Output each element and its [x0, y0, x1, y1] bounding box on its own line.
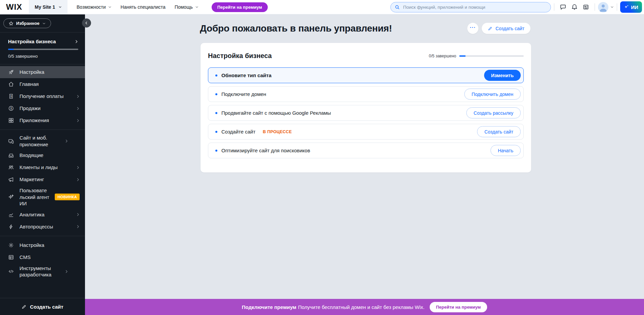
new-badge: НОВИНКА: [55, 194, 80, 200]
sidebar-item-site-and-app[interactable]: Сайт и моб. приложение: [0, 133, 85, 149]
sidebar-item-marketing[interactable]: Маркетинг: [0, 173, 85, 186]
contacts-icon: [8, 164, 14, 170]
task-row-seo[interactable]: Оптимизируйте сайт для поисковиков Начат…: [208, 143, 524, 158]
more-actions-button[interactable]: ···: [467, 23, 478, 34]
task-action-button[interactable]: Создать сайт: [477, 126, 521, 137]
sidebar-item-setup[interactable]: Настройка: [0, 66, 85, 78]
favorites-dropdown[interactable]: Избранное: [3, 18, 51, 28]
sidebar-item-sales[interactable]: $ Продажи: [0, 102, 85, 114]
site-menu[interactable]: My Site 1: [29, 0, 68, 14]
sidebar-item-apps[interactable]: Приложения: [0, 114, 85, 126]
task-label: Создайте сайт: [221, 129, 255, 135]
sidebar-item-label: Аналитика: [19, 210, 71, 220]
nav-help[interactable]: Помощь: [175, 4, 199, 10]
task-row-connect-domain[interactable]: Подключите домен Подключить домен: [208, 86, 524, 102]
task-row-google-ads[interactable]: Продвигайте сайт с помощью Google Реклам…: [208, 105, 524, 121]
bullet-dot: [215, 93, 217, 95]
chevron-right-icon: [65, 139, 68, 143]
sidebar-item-label: Получение оплаты: [19, 91, 71, 101]
svg-text:$: $: [10, 95, 12, 98]
chevron-down-icon: [610, 5, 614, 9]
divider: [0, 129, 85, 130]
chat-button[interactable]: [557, 1, 569, 13]
sidebar-item-home[interactable]: Главная: [0, 78, 85, 90]
card-progress: 0/5 завершено: [429, 54, 524, 58]
bell-icon: [571, 4, 578, 10]
nav-help-label: Помощь: [175, 4, 193, 10]
create-site-button[interactable]: Создать сайт: [482, 23, 530, 34]
search-bar[interactable]: [390, 2, 551, 12]
sidebar-create-site-button[interactable]: Создать сайт: [0, 298, 85, 315]
sidebar-item-label: Пользовательский агент ИИ: [19, 186, 49, 209]
sidebar-item-dev-tools[interactable]: Инструменты разработчика: [0, 263, 85, 280]
sidebar-item-settings[interactable]: Настройка: [0, 239, 85, 251]
upgrade-premium-button[interactable]: Перейти на премиум: [212, 2, 268, 12]
chevron-right-icon: [76, 213, 80, 216]
chevron-down-icon: [42, 22, 46, 25]
divider: [554, 3, 554, 11]
notifications-button[interactable]: [569, 1, 580, 13]
sidebar-collapse-button[interactable]: [82, 18, 91, 28]
sidebar-item-label: Маркетинг: [19, 174, 71, 185]
bullet-dot: [215, 131, 217, 133]
devices-icon: [8, 138, 14, 144]
pencil-icon: [488, 26, 492, 31]
nav-features[interactable]: Возможности: [77, 4, 112, 10]
news-button[interactable]: [580, 1, 592, 13]
task-action-button[interactable]: Изменить: [484, 70, 521, 81]
sidebar-item-label: Продажи: [19, 103, 71, 113]
nav-hire-professional[interactable]: Нанять специалиста: [121, 4, 166, 10]
card-progress-label: 0/5 завершено: [429, 54, 456, 58]
sidebar-item-inbox[interactable]: Входящие: [0, 149, 85, 161]
sidebar-item-label: Настройка: [19, 240, 80, 250]
task-row-create-site[interactable]: Создайте сайт В ПРОЦЕССЕ Создать сайт: [208, 124, 524, 140]
invoice-icon: $: [8, 93, 14, 99]
chevron-right-icon: [74, 40, 78, 44]
sidebar-setup-progress[interactable]: Настройка бизнеса 0/5 завершено: [0, 33, 85, 64]
search-input[interactable]: [402, 4, 549, 10]
account-menu[interactable]: [598, 2, 614, 12]
task-action-button[interactable]: Подключить домен: [464, 89, 521, 100]
sidebar-item-label: Настройка: [19, 67, 80, 77]
main-content: Добро пожаловать в панель управления! ··…: [85, 14, 644, 315]
sidebar-item-label: Инструменты разработчика: [19, 263, 59, 280]
chevron-right-icon: [76, 119, 80, 122]
chevron-down-icon: [108, 5, 112, 9]
sidebar-item-analytics[interactable]: Аналитика: [0, 209, 85, 221]
sidebar: Избранное Настройка бизнеса 0/5 завершен…: [0, 14, 85, 315]
task-row-update-site-type[interactable]: Обновите тип сайта Изменить: [208, 67, 524, 83]
sidebar-item-automations[interactable]: Автопроцессы: [0, 221, 85, 233]
dev-tools-icon: [8, 268, 14, 274]
divider: [0, 236, 85, 236]
task-action-button[interactable]: Создать рассылку: [466, 107, 521, 118]
footer-premium-button[interactable]: Перейти на премиум: [430, 302, 487, 312]
chat-icon: [560, 4, 566, 10]
sidebar-item-label: Клиенты и лиды: [19, 162, 71, 172]
ai-assistant-button[interactable]: ИИ: [620, 1, 642, 13]
setup-progress-label: 0/5 завершено: [8, 54, 78, 59]
ai-button-label: ИИ: [631, 4, 638, 10]
wix-logo[interactable]: WIX: [6, 2, 22, 12]
bullet-dot: [215, 74, 217, 76]
pencil-icon: [22, 304, 27, 309]
business-setup-card: Настройка бизнеса 0/5 завершено Обновите…: [201, 43, 531, 172]
svg-text:$: $: [10, 107, 12, 110]
avatar: [598, 2, 608, 12]
chevron-right-icon: [76, 166, 80, 169]
sidebar-item-payments[interactable]: $ Получение оплаты: [0, 90, 85, 102]
setup-progress-bar: [8, 49, 78, 50]
sidebar-item-ai-agent[interactable]: Пользовательский агент ИИ НОВИНКА: [0, 186, 85, 209]
favorites-row: Избранное: [0, 14, 85, 33]
sidebar-menu: Настройка Главная $ Получение оплаты $ П…: [0, 64, 85, 280]
automations-icon: [8, 224, 14, 230]
setup-title: Настройка бизнеса: [8, 39, 56, 44]
create-site-label: Создать сайт: [30, 304, 63, 310]
sidebar-item-contacts[interactable]: Клиенты и лиды: [0, 161, 85, 173]
chevron-right-icon: [76, 178, 80, 181]
task-action-button[interactable]: Начать: [490, 145, 521, 156]
cms-icon: [8, 254, 14, 260]
sidebar-item-cms[interactable]: CMS: [0, 251, 85, 263]
sales-icon: $: [8, 105, 14, 111]
nav-features-label: Возможности: [77, 4, 106, 10]
page-header: Добро пожаловать в панель управления! ··…: [200, 23, 530, 34]
